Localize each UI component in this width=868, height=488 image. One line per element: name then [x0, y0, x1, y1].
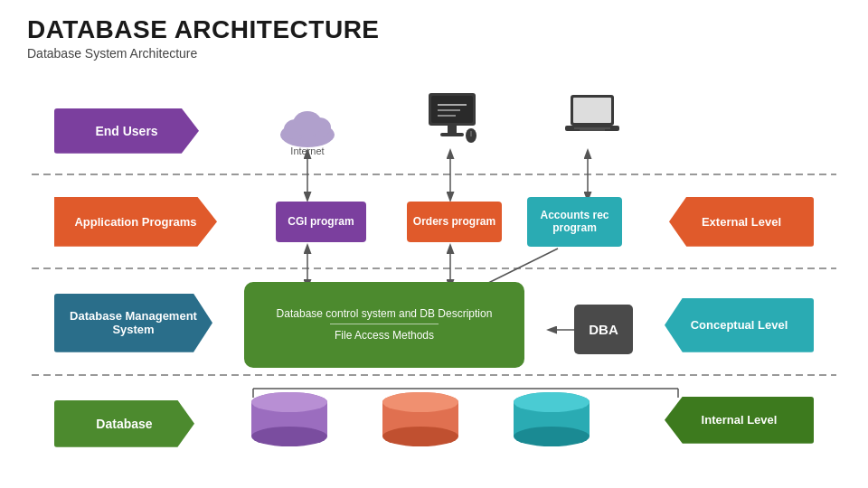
dba-box: DBA: [574, 305, 633, 354]
dbms-center-top-text: Database control system and DB Descripti…: [277, 307, 493, 320]
computer-icon: [416, 79, 488, 155]
cgi-program-box: CGI program: [276, 202, 366, 242]
cylinder-2: [380, 391, 461, 447]
svg-rect-23: [440, 133, 464, 136]
internal-level-box: Internal Level: [665, 397, 814, 444]
internet-cloud: Internet: [269, 86, 345, 172]
svg-point-45: [514, 392, 590, 412]
page: DATABASE ARCHITECTURE Database System Ar…: [0, 0, 868, 488]
laptop-svg: [561, 91, 623, 141]
laptop-icon: [556, 80, 628, 153]
cylinder-3: [511, 391, 592, 447]
database-box: Database: [54, 400, 194, 447]
dbms-center-box: Database control system and DB Descripti…: [244, 282, 524, 368]
cylinder-1: [249, 391, 330, 447]
sub-title: Database System Architecture: [27, 46, 841, 61]
diagram: End Users Internet: [27, 68, 841, 456]
svg-rect-22: [448, 126, 457, 133]
desktop-icon: [424, 89, 480, 145]
svg-rect-30: [573, 98, 611, 123]
cloud-icon: [276, 100, 339, 150]
dbms-divider: [330, 324, 439, 324]
external-level-box: External Level: [669, 197, 814, 247]
end-users-box: End Users: [54, 108, 199, 154]
svg-point-19: [293, 111, 322, 136]
svg-point-41: [382, 392, 458, 412]
svg-point-44: [514, 427, 590, 446]
svg-point-40: [382, 427, 458, 446]
main-title: DATABASE ARCHITECTURE: [27, 16, 841, 44]
svg-point-37: [251, 392, 327, 412]
accounts-program-box: Accounts rec program: [527, 197, 622, 247]
svg-point-36: [251, 427, 327, 446]
app-programs-box: Application Programs: [54, 197, 217, 247]
dbms-box: Database Management System: [54, 294, 212, 352]
svg-rect-21: [431, 96, 473, 123]
conceptual-level-box: Conceptual Level: [665, 298, 814, 352]
dbms-center-bottom-text: File Access Methods: [335, 329, 434, 342]
orders-program-box: Orders program: [407, 202, 502, 242]
